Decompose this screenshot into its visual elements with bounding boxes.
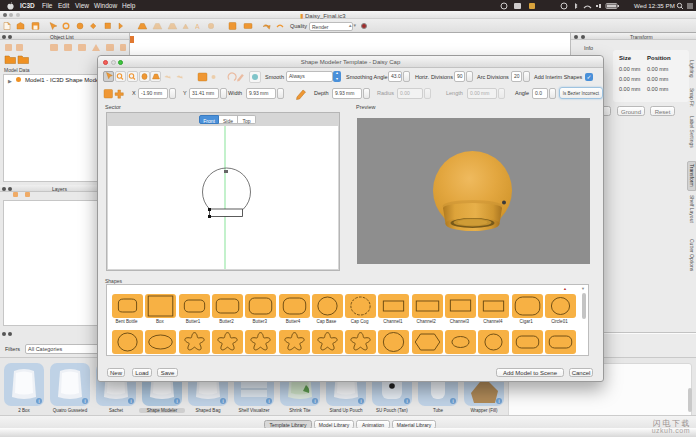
svg-text:A: A [195, 23, 200, 30]
